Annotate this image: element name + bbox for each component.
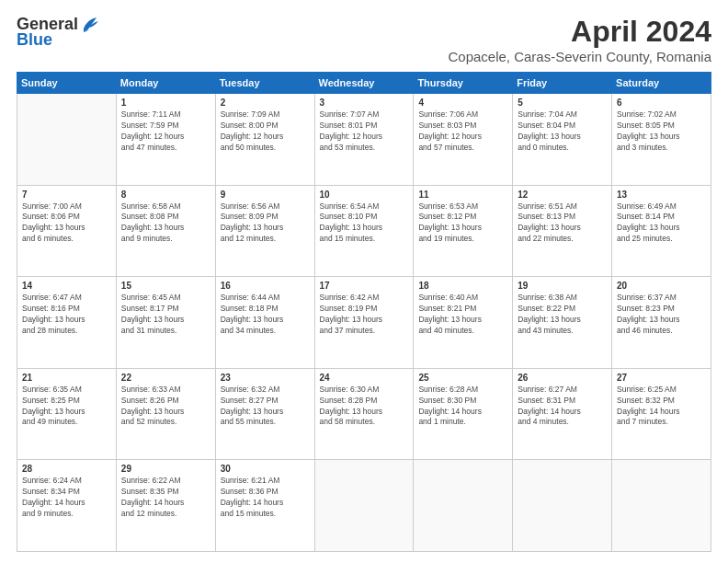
calendar-cell: 28Sunrise: 6:24 AMSunset: 8:34 PMDayligh… (17, 460, 117, 552)
day-info: Sunrise: 6:53 AMSunset: 8:12 PMDaylight:… (418, 201, 507, 246)
logo-blue-text: Blue (17, 30, 52, 50)
day-number: 4 (418, 98, 507, 108)
calendar-cell: 18Sunrise: 6:40 AMSunset: 8:21 PMDayligh… (414, 277, 513, 369)
day-number: 19 (518, 281, 607, 291)
day-number: 30 (221, 464, 310, 474)
day-info: Sunrise: 7:11 AMSunset: 7:59 PMDaylight:… (121, 109, 210, 154)
day-info: Sunrise: 6:40 AMSunset: 8:21 PMDaylight:… (418, 293, 507, 337)
calendar-cell: 20Sunrise: 6:37 AMSunset: 8:23 PMDayligh… (612, 277, 711, 369)
day-info: Sunrise: 6:54 AMSunset: 8:10 PMDaylight:… (320, 201, 409, 246)
calendar-cell: 25Sunrise: 6:28 AMSunset: 8:30 PMDayligh… (414, 368, 513, 460)
day-number: 25 (418, 373, 507, 383)
calendar-cell: 2Sunrise: 7:09 AMSunset: 8:00 PMDaylight… (215, 94, 314, 186)
day-number: 2 (221, 98, 310, 108)
day-number: 15 (121, 281, 210, 291)
day-number: 26 (518, 373, 607, 383)
calendar-week-3: 14Sunrise: 6:47 AMSunset: 8:16 PMDayligh… (17, 277, 711, 369)
calendar-cell: 30Sunrise: 6:21 AMSunset: 8:36 PMDayligh… (215, 460, 314, 552)
day-info: Sunrise: 6:56 AMSunset: 8:09 PMDaylight:… (221, 201, 310, 246)
day-number: 24 (320, 373, 409, 383)
day-number: 5 (518, 98, 607, 108)
calendar-cell: 29Sunrise: 6:22 AMSunset: 8:35 PMDayligh… (116, 460, 215, 552)
day-number: 22 (121, 373, 210, 383)
day-info: Sunrise: 6:33 AMSunset: 8:26 PMDaylight:… (121, 385, 210, 429)
day-number: 16 (221, 281, 310, 291)
calendar-cell: 4Sunrise: 7:06 AMSunset: 8:03 PMDaylight… (414, 94, 513, 186)
day-number: 27 (617, 373, 706, 383)
calendar-cell: 27Sunrise: 6:25 AMSunset: 8:32 PMDayligh… (612, 368, 711, 460)
calendar-cell: 12Sunrise: 6:51 AMSunset: 8:13 PMDayligh… (513, 185, 612, 277)
day-info: Sunrise: 7:07 AMSunset: 8:01 PMDaylight:… (320, 109, 409, 154)
day-info: Sunrise: 6:38 AMSunset: 8:22 PMDaylight:… (518, 293, 607, 337)
day-info: Sunrise: 7:09 AMSunset: 8:00 PMDaylight:… (221, 109, 310, 154)
calendar-cell: 17Sunrise: 6:42 AMSunset: 8:19 PMDayligh… (314, 277, 414, 369)
calendar-header-row: SundayMondayTuesdayWednesdayThursdayFrid… (17, 73, 711, 94)
calendar-cell: 15Sunrise: 6:45 AMSunset: 8:17 PMDayligh… (116, 277, 215, 369)
calendar-week-4: 21Sunrise: 6:35 AMSunset: 8:25 PMDayligh… (17, 368, 711, 460)
calendar-cell (314, 460, 414, 552)
day-info: Sunrise: 6:42 AMSunset: 8:19 PMDaylight:… (320, 293, 409, 337)
logo: General Blue (17, 15, 100, 50)
page-title: April 2024 (448, 15, 711, 49)
calendar-cell: 23Sunrise: 6:32 AMSunset: 8:27 PMDayligh… (215, 368, 314, 460)
header: General Blue April 2024 Copacele, Caras-… (17, 15, 711, 64)
calendar-cell: 10Sunrise: 6:54 AMSunset: 8:10 PMDayligh… (314, 185, 414, 277)
logo-bird-icon (80, 16, 100, 34)
day-info: Sunrise: 6:44 AMSunset: 8:18 PMDaylight:… (221, 293, 310, 337)
calendar-cell: 13Sunrise: 6:49 AMSunset: 8:14 PMDayligh… (612, 185, 711, 277)
calendar-cell: 1Sunrise: 7:11 AMSunset: 7:59 PMDaylight… (116, 94, 215, 186)
calendar-week-1: 1Sunrise: 7:11 AMSunset: 7:59 PMDaylight… (17, 94, 711, 186)
calendar-cell: 22Sunrise: 6:33 AMSunset: 8:26 PMDayligh… (116, 368, 215, 460)
day-number: 10 (320, 190, 409, 200)
day-number: 9 (221, 190, 310, 200)
calendar-cell: 16Sunrise: 6:44 AMSunset: 8:18 PMDayligh… (215, 277, 314, 369)
day-info: Sunrise: 6:21 AMSunset: 8:36 PMDaylight:… (221, 476, 310, 520)
calendar-cell: 8Sunrise: 6:58 AMSunset: 8:08 PMDaylight… (116, 185, 215, 277)
day-info: Sunrise: 6:37 AMSunset: 8:23 PMDaylight:… (617, 293, 706, 337)
calendar-header-saturday: Saturday (612, 73, 711, 94)
day-info: Sunrise: 6:32 AMSunset: 8:27 PMDaylight:… (221, 385, 310, 429)
day-info: Sunrise: 7:06 AMSunset: 8:03 PMDaylight:… (418, 109, 507, 154)
day-number: 7 (22, 190, 111, 200)
calendar-cell: 7Sunrise: 7:00 AMSunset: 8:06 PMDaylight… (17, 185, 117, 277)
day-info: Sunrise: 6:22 AMSunset: 8:35 PMDaylight:… (121, 476, 210, 520)
day-info: Sunrise: 6:24 AMSunset: 8:34 PMDaylight:… (22, 476, 111, 520)
day-number: 23 (221, 373, 310, 383)
day-info: Sunrise: 6:47 AMSunset: 8:16 PMDaylight:… (22, 293, 111, 337)
day-info: Sunrise: 6:45 AMSunset: 8:17 PMDaylight:… (121, 293, 210, 337)
calendar-week-5: 28Sunrise: 6:24 AMSunset: 8:34 PMDayligh… (17, 460, 711, 552)
calendar-cell (414, 460, 513, 552)
day-number: 18 (418, 281, 507, 291)
day-info: Sunrise: 6:35 AMSunset: 8:25 PMDaylight:… (22, 385, 111, 429)
day-number: 14 (22, 281, 111, 291)
day-number: 13 (617, 190, 706, 200)
day-info: Sunrise: 6:51 AMSunset: 8:13 PMDaylight:… (518, 201, 607, 246)
calendar-cell: 5Sunrise: 7:04 AMSunset: 8:04 PMDaylight… (513, 94, 612, 186)
day-number: 6 (617, 98, 706, 108)
page-subtitle: Copacele, Caras-Severin County, Romania (448, 49, 711, 64)
day-number: 28 (22, 464, 111, 474)
calendar-cell (612, 460, 711, 552)
day-number: 29 (121, 464, 210, 474)
calendar-cell: 19Sunrise: 6:38 AMSunset: 8:22 PMDayligh… (513, 277, 612, 369)
day-number: 11 (418, 190, 507, 200)
day-info: Sunrise: 6:49 AMSunset: 8:14 PMDaylight:… (617, 201, 706, 246)
calendar-cell: 24Sunrise: 6:30 AMSunset: 8:28 PMDayligh… (314, 368, 414, 460)
day-number: 17 (320, 281, 409, 291)
day-info: Sunrise: 6:30 AMSunset: 8:28 PMDaylight:… (320, 385, 409, 429)
day-info: Sunrise: 7:02 AMSunset: 8:05 PMDaylight:… (617, 109, 706, 154)
calendar-cell (513, 460, 612, 552)
calendar-cell: 14Sunrise: 6:47 AMSunset: 8:16 PMDayligh… (17, 277, 117, 369)
calendar-cell: 3Sunrise: 7:07 AMSunset: 8:01 PMDaylight… (314, 94, 414, 186)
day-number: 3 (320, 98, 409, 108)
calendar-cell: 26Sunrise: 6:27 AMSunset: 8:31 PMDayligh… (513, 368, 612, 460)
calendar-header-wednesday: Wednesday (314, 73, 414, 94)
day-number: 20 (617, 281, 706, 291)
calendar-cell: 6Sunrise: 7:02 AMSunset: 8:05 PMDaylight… (612, 94, 711, 186)
calendar-table: SundayMondayTuesdayWednesdayThursdayFrid… (17, 72, 711, 552)
calendar-header-sunday: Sunday (17, 73, 117, 94)
day-info: Sunrise: 7:00 AMSunset: 8:06 PMDaylight:… (22, 201, 111, 246)
day-number: 12 (518, 190, 607, 200)
calendar-header-monday: Monday (116, 73, 215, 94)
calendar-header-tuesday: Tuesday (215, 73, 314, 94)
